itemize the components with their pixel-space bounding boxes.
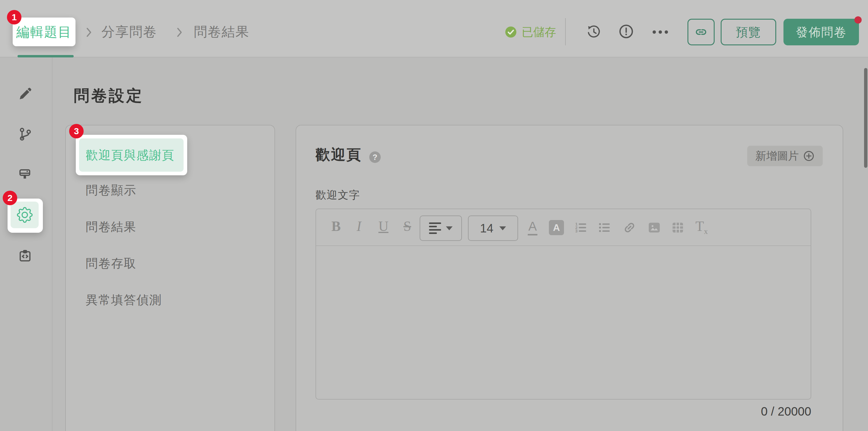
preview-label: 預覽 (736, 24, 761, 40)
menu-item-anomaly-detection[interactable]: 異常填答偵測 (86, 294, 162, 306)
bold-button[interactable]: B (332, 220, 341, 233)
tab-edit-questions[interactable]: 編輯題目 (16, 25, 72, 39)
sidebar-item-logic[interactable] (18, 127, 32, 141)
caret-down-icon (446, 226, 453, 230)
top-navbar: 編輯題目 分享問卷 問卷結果 已儲存 (0, 0, 868, 57)
align-dropdown[interactable] (420, 216, 462, 241)
step-badge-3: 3 (69, 124, 84, 138)
page-title: 問卷設定 (74, 88, 144, 104)
menu-item-results[interactable]: 問卷結果 (86, 221, 136, 233)
alert-icon[interactable] (618, 24, 634, 39)
editor-text-area[interactable] (316, 247, 811, 400)
save-status-label: 已儲存 (522, 26, 556, 38)
char-counter: 0 / 20000 (690, 405, 811, 418)
plus-circle-icon (803, 150, 814, 162)
sidebar-item-edit[interactable] (18, 87, 32, 101)
step-badge-2: 2 (3, 191, 17, 205)
active-tab-indicator (18, 55, 74, 57)
step-badge-1: 1 (7, 10, 22, 25)
unordered-list-button[interactable] (597, 221, 611, 234)
spotlight-edit-tab: 編輯題目 (13, 18, 75, 46)
topbar-divider (565, 18, 566, 45)
insert-image-button[interactable] (647, 221, 661, 234)
welcome-text-label: 歡迎文字 (315, 190, 360, 200)
question-circle-icon[interactable]: ? (369, 151, 381, 163)
panel-title: 歡迎頁 (315, 147, 362, 162)
sidebar-item-settings[interactable] (10, 202, 39, 228)
survey-editor-screen: 編輯題目 分享問卷 問卷結果 已儲存 (0, 0, 868, 431)
chevron-right-icon (177, 27, 182, 37)
font-size-dropdown[interactable]: 14 (468, 216, 518, 241)
caret-down-icon (499, 226, 506, 230)
gear-icon (17, 207, 33, 223)
check-circle-icon (505, 26, 517, 38)
chevron-right-icon (86, 27, 92, 37)
copy-link-button[interactable] (687, 19, 715, 45)
tool-sidebar (0, 57, 53, 431)
underline-button[interactable]: U (378, 220, 388, 233)
menu-item-welcome-thanks[interactable]: 歡迎頁與感謝頁 (79, 138, 184, 172)
italic-button[interactable]: I (356, 220, 361, 233)
more-options-icon[interactable] (651, 29, 669, 35)
menu-item-display[interactable]: 問卷顯示 (86, 184, 136, 196)
scrollbar-thumb[interactable] (864, 68, 867, 168)
publish-button[interactable]: 發佈問卷 (783, 19, 859, 45)
highlight-color-button[interactable]: A (549, 220, 564, 235)
add-image-button[interactable]: 新增圖片 (747, 146, 823, 166)
add-image-label: 新增圖片 (755, 149, 799, 164)
sidebar-item-theme[interactable] (18, 168, 32, 182)
insert-link-button[interactable] (623, 221, 637, 234)
notification-dot (855, 16, 862, 24)
history-icon[interactable] (587, 25, 601, 39)
link-icon (694, 25, 708, 39)
publish-label: 發佈問卷 (796, 24, 846, 40)
tab-survey-results[interactable]: 問卷結果 (194, 25, 249, 38)
clear-format-button[interactable]: Tx (695, 220, 708, 235)
ordered-list-button[interactable]: 123 (574, 221, 587, 234)
sidebar-item-embed[interactable] (18, 249, 32, 263)
text-color-button[interactable]: A (528, 220, 537, 235)
menu-item-label: 歡迎頁與感謝頁 (86, 147, 175, 164)
strikethrough-button[interactable]: S (403, 220, 411, 233)
insert-table-button[interactable] (671, 221, 685, 234)
save-status: 已儲存 (505, 26, 556, 38)
rich-text-editor (315, 208, 811, 400)
preview-button[interactable]: 預覽 (721, 19, 776, 45)
align-left-icon (429, 223, 441, 234)
font-size-value: 14 (480, 222, 494, 234)
spotlight-welcome-menu: 歡迎頁與感謝頁 (76, 135, 187, 175)
svg-text:3: 3 (576, 229, 578, 233)
tab-share-survey[interactable]: 分享問卷 (101, 25, 157, 38)
menu-item-access[interactable]: 問卷存取 (86, 257, 136, 269)
